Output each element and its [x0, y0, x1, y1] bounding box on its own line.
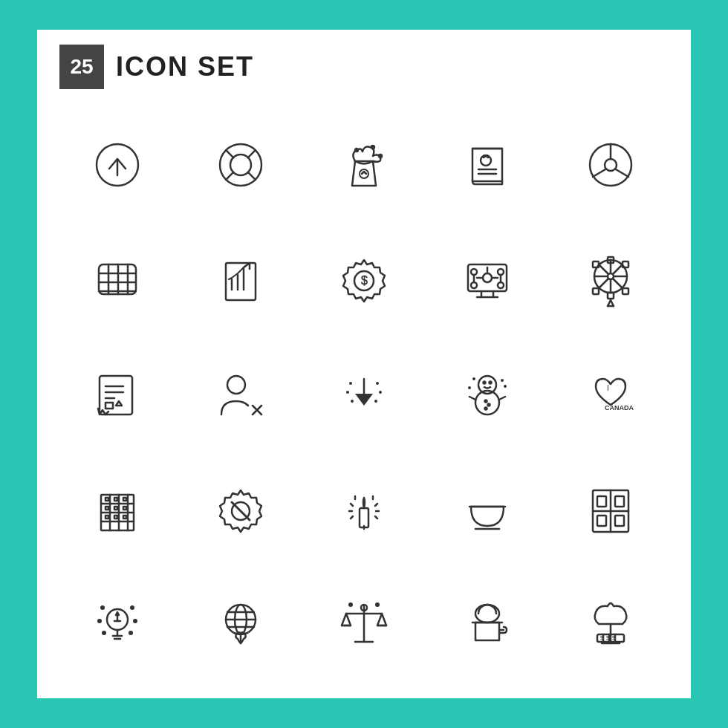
- svg-line-57: [613, 264, 623, 274]
- svg-point-95: [468, 386, 471, 389]
- icon-snowman: [429, 340, 545, 447]
- svg-rect-29: [226, 263, 256, 300]
- svg-rect-109: [105, 507, 108, 510]
- svg-rect-117: [360, 508, 368, 527]
- svg-point-90: [485, 400, 487, 403]
- svg-text:$: $: [612, 635, 615, 640]
- header-number: 25: [59, 45, 104, 89]
- svg-point-82: [351, 400, 354, 403]
- svg-line-7: [248, 172, 256, 180]
- svg-marker-76: [355, 394, 373, 406]
- svg-point-94: [501, 379, 504, 382]
- svg-point-79: [376, 382, 379, 385]
- svg-point-83: [374, 400, 377, 403]
- svg-point-10: [371, 146, 374, 149]
- svg-point-161: [375, 602, 380, 607]
- icon-dollar-gear: $: [306, 226, 422, 333]
- svg-point-87: [490, 382, 492, 384]
- svg-line-88: [469, 397, 475, 400]
- svg-point-9: [355, 149, 358, 152]
- svg-rect-59: [593, 261, 599, 267]
- icon-settings-disabled: [183, 455, 299, 562]
- svg-point-81: [379, 391, 382, 394]
- icon-arrow-down-sparkle: [306, 340, 422, 447]
- svg-rect-108: [123, 498, 126, 501]
- svg-line-5: [248, 150, 256, 157]
- icon-building: [59, 455, 175, 562]
- svg-point-92: [485, 408, 487, 410]
- svg-point-141: [130, 605, 134, 610]
- svg-text:$: $: [606, 635, 609, 640]
- svg-line-122: [375, 504, 377, 506]
- svg-text:$: $: [361, 274, 368, 287]
- svg-text:CANADA: CANADA: [605, 404, 634, 412]
- svg-point-93: [472, 377, 475, 380]
- svg-point-86: [484, 382, 486, 384]
- icon-scales: [306, 569, 422, 676]
- svg-point-145: [129, 631, 133, 635]
- svg-text:I: I: [607, 384, 609, 392]
- icon-idea-gear: [59, 569, 175, 676]
- icon-recipe-book: [429, 111, 545, 218]
- svg-point-11: [379, 155, 382, 157]
- icon-monitor-network: [429, 226, 545, 333]
- svg-point-91: [488, 404, 490, 406]
- svg-point-160: [348, 602, 353, 607]
- svg-line-6: [226, 172, 233, 180]
- svg-line-125: [351, 516, 353, 519]
- header-title: Icon Set: [116, 51, 254, 82]
- svg-rect-135: [615, 516, 624, 526]
- svg-rect-110: [114, 507, 117, 510]
- icon-pills: [59, 226, 175, 333]
- svg-rect-107: [114, 498, 117, 501]
- svg-rect-112: [105, 516, 108, 519]
- svg-point-18: [605, 159, 617, 171]
- header: 25 Icon Set: [59, 45, 669, 89]
- svg-point-80: [346, 391, 349, 394]
- svg-point-143: [133, 619, 137, 623]
- svg-rect-134: [597, 516, 606, 526]
- svg-point-140: [100, 605, 105, 610]
- svg-line-121: [351, 504, 353, 506]
- icon-report: [59, 340, 175, 447]
- icon-upload-circle: [59, 111, 175, 218]
- icon-lifebuoy: [183, 111, 299, 218]
- icon-remove-user: [183, 340, 299, 447]
- svg-line-126: [375, 516, 377, 519]
- svg-rect-68: [100, 376, 132, 415]
- svg-point-73: [227, 376, 245, 394]
- card: 25 Icon Set: [37, 30, 691, 698]
- svg-line-89: [499, 397, 505, 400]
- svg-point-96: [504, 385, 507, 388]
- icon-canada-love: I CANADA: [553, 340, 669, 447]
- svg-rect-133: [615, 496, 624, 507]
- icon-steering-wheel: [553, 111, 669, 218]
- icon-popcorn: [306, 111, 422, 218]
- svg-line-58: [599, 279, 608, 288]
- svg-rect-106: [105, 498, 108, 501]
- svg-rect-114: [123, 516, 126, 519]
- svg-rect-64: [608, 293, 614, 299]
- svg-rect-60: [623, 261, 628, 267]
- svg-rect-111: [123, 507, 126, 510]
- svg-line-56: [613, 279, 623, 288]
- icons-grid: $: [59, 111, 669, 676]
- svg-line-21: [616, 169, 628, 177]
- svg-text:$: $: [600, 635, 603, 640]
- svg-point-144: [102, 631, 106, 635]
- icon-bowl: [429, 455, 545, 562]
- svg-point-78: [349, 382, 352, 385]
- icon-globe-flower: [183, 569, 299, 676]
- svg-point-142: [97, 619, 102, 623]
- icon-ferris-wheel: [553, 226, 669, 333]
- icon-candle-sparkle: [306, 455, 422, 562]
- icon-money-tree: $ $ $: [553, 569, 669, 676]
- icon-hat-cup: [429, 569, 545, 676]
- svg-rect-113: [114, 516, 117, 519]
- svg-point-39: [483, 273, 492, 282]
- svg-rect-132: [597, 496, 606, 507]
- svg-rect-62: [623, 288, 628, 294]
- icon-growth-chart: [183, 226, 299, 333]
- svg-rect-61: [593, 288, 599, 294]
- icon-cabinet: [553, 455, 669, 562]
